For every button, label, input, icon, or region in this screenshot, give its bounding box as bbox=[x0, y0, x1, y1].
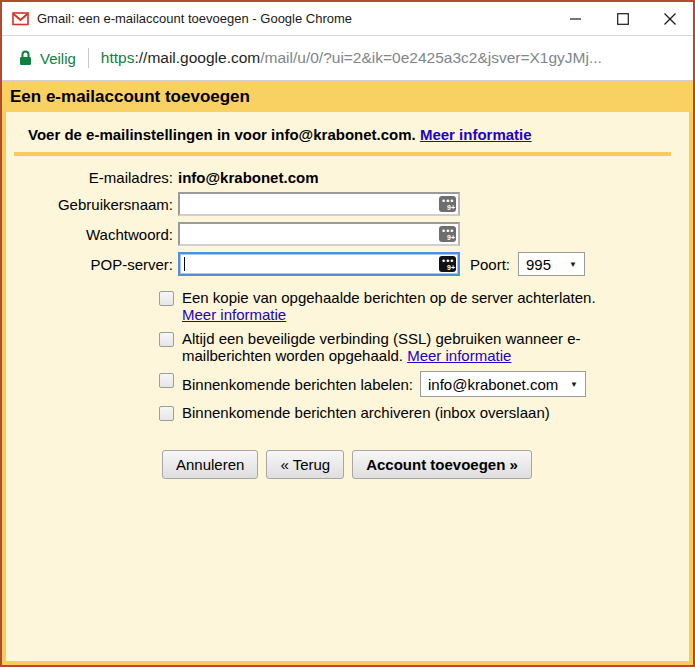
ssl-checkbox[interactable] bbox=[159, 332, 174, 347]
password-manager-icon[interactable]: •••9+ bbox=[439, 256, 456, 272]
intro-more-info-link[interactable]: Meer informatie bbox=[420, 126, 532, 143]
option-row-ssl: Altijd een beveiligde verbinding (SSL) g… bbox=[159, 330, 689, 364]
button-row: Annuleren « Terug Account toevoegen » bbox=[162, 450, 689, 479]
label-select-value: info@krabonet.com bbox=[428, 376, 558, 393]
password-manager-icon[interactable]: •••9+ bbox=[439, 196, 456, 212]
window-title: Gmail: een e-mailaccount toevoegen - Goo… bbox=[37, 11, 552, 26]
page-header: Een e-mailaccount toevoegen bbox=[2, 81, 693, 112]
cancel-button[interactable]: Annuleren bbox=[162, 450, 258, 479]
intro-text: Voer de e-mailinstellingen in voor info@… bbox=[28, 126, 416, 143]
content-frame: Voer de e-mailinstellingen in voor info@… bbox=[2, 112, 693, 665]
url-scheme: https bbox=[101, 49, 135, 66]
password-row: Wachtwoord: •••9+ bbox=[6, 222, 689, 246]
option-row-archive: Binnenkomende berichten archiveren (inbo… bbox=[159, 404, 689, 421]
option-row-leave-copy: Een kopie van opgehaalde berichten op de… bbox=[159, 289, 689, 323]
port-select-value: 995 bbox=[526, 256, 551, 273]
maximize-button[interactable] bbox=[599, 2, 646, 35]
pop-server-label: POP-server: bbox=[6, 256, 178, 273]
intro-line: Voer de e-mailinstellingen in voor info@… bbox=[6, 112, 689, 143]
archive-text: Binnenkomende berichten archiveren (inbo… bbox=[182, 404, 550, 421]
add-account-button[interactable]: Account toevoegen » bbox=[352, 450, 532, 479]
ssl-more-info-link[interactable]: Meer informatie bbox=[407, 347, 511, 364]
port-label: Poort: bbox=[470, 256, 510, 273]
ssl-text: Altijd een beveiligde verbinding (SSL) g… bbox=[182, 330, 669, 364]
ssl-label: Altijd een beveiligde verbinding (SSL) g… bbox=[182, 330, 581, 364]
gold-divider bbox=[14, 152, 671, 156]
leave-copy-text: Een kopie van opgehaalde berichten op de… bbox=[182, 289, 596, 323]
url-host: ://mail.google.com bbox=[134, 49, 260, 66]
text-caret bbox=[184, 257, 185, 271]
url-bar: Veilig https://mail.google.com/mail/u/0/… bbox=[2, 36, 693, 81]
url-separator bbox=[88, 48, 89, 68]
options-section: Een kopie van opgehaalde berichten op de… bbox=[6, 289, 689, 421]
minimize-button[interactable] bbox=[552, 2, 599, 35]
password-manager-icon[interactable]: •••9+ bbox=[439, 226, 456, 242]
secure-lock-icon[interactable] bbox=[19, 50, 32, 66]
chevron-down-icon: ▼ bbox=[560, 376, 578, 393]
username-label: Gebruikersnaam: bbox=[6, 196, 178, 213]
email-value: info@krabonet.com bbox=[178, 169, 318, 186]
window-controls bbox=[552, 2, 693, 35]
title-bar: Gmail: een e-mailaccount toevoegen - Goo… bbox=[2, 2, 693, 36]
account-form: E-mailadres: info@krabonet.com Gebruiker… bbox=[6, 169, 689, 276]
browser-popup-window: Gmail: een e-mailaccount toevoegen - Goo… bbox=[0, 0, 695, 667]
password-label: Wachtwoord: bbox=[6, 226, 178, 243]
pop-server-input[interactable]: •••9+ bbox=[178, 252, 460, 276]
archive-label: Binnenkomende berichten archiveren (inbo… bbox=[182, 404, 550, 421]
url-path: /mail/u/0/?ui=2&ik=0e2425a3c2&jsver=X1gy… bbox=[260, 49, 602, 66]
port-select[interactable]: 995 ▼ bbox=[518, 252, 585, 276]
leave-copy-checkbox[interactable] bbox=[159, 291, 174, 306]
username-input[interactable]: •••9+ bbox=[178, 192, 460, 216]
label-messages-label: Binnenkomende berichten labelen: bbox=[182, 376, 413, 393]
leave-copy-label: Een kopie van opgehaalde berichten op de… bbox=[182, 289, 596, 306]
label-select[interactable]: info@krabonet.com ▼ bbox=[420, 371, 586, 397]
email-row: E-mailadres: info@krabonet.com bbox=[6, 169, 689, 186]
secure-label[interactable]: Veilig bbox=[40, 50, 76, 67]
close-button[interactable] bbox=[646, 2, 693, 35]
archive-checkbox[interactable] bbox=[159, 406, 174, 421]
password-input[interactable]: •••9+ bbox=[178, 222, 460, 246]
leave-copy-more-info-link[interactable]: Meer informatie bbox=[182, 306, 286, 323]
chevron-down-icon: ▼ bbox=[559, 260, 577, 269]
address-field[interactable]: https://mail.google.com/mail/u/0/?ui=2&i… bbox=[101, 49, 602, 67]
username-row: Gebruikersnaam: •••9+ bbox=[6, 192, 689, 216]
pop-server-row: POP-server: •••9+ Poort: 995 ▼ bbox=[6, 252, 689, 276]
page-title: Een e-mailaccount toevoegen bbox=[10, 87, 250, 107]
email-label: E-mailadres: bbox=[6, 169, 178, 186]
gmail-icon bbox=[12, 10, 29, 27]
label-messages-text: Binnenkomende berichten labelen: info@kr… bbox=[182, 371, 586, 397]
option-row-label-messages: Binnenkomende berichten labelen: info@kr… bbox=[159, 371, 689, 397]
label-messages-checkbox[interactable] bbox=[159, 373, 174, 388]
back-button[interactable]: « Terug bbox=[266, 450, 344, 479]
